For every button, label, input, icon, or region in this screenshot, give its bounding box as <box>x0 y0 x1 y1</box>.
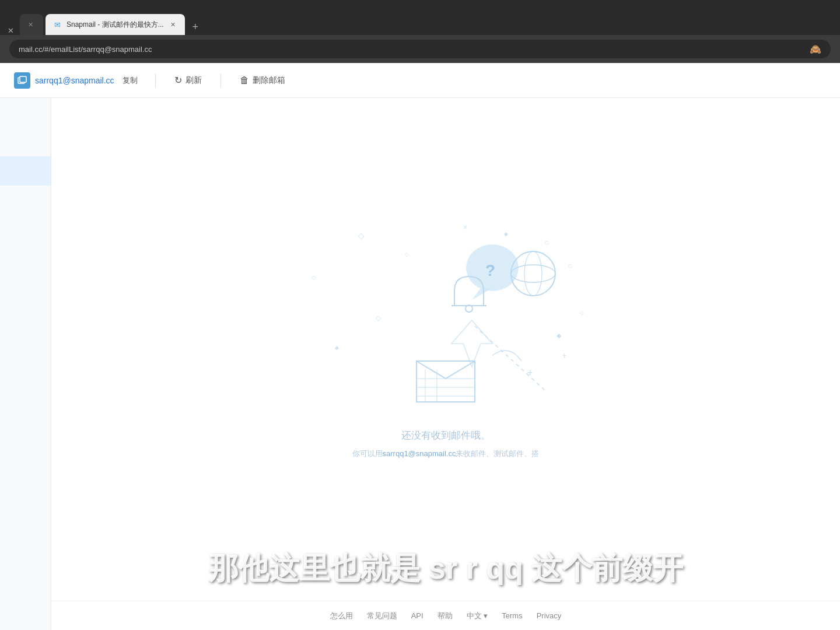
empty-main-text: 还没有收到邮件哦。 <box>401 429 491 442</box>
copy-button[interactable]: 复制 <box>119 74 141 87</box>
delete-icon: 🗑 <box>240 75 249 86</box>
svg-text:◇: ◇ <box>312 274 316 281</box>
footer-terms[interactable]: Terms <box>502 611 522 620</box>
active-tab[interactable]: ✉ Snapmail - 测试邮件的最快方... ✕ <box>46 14 185 35</box>
svg-point-18 <box>524 251 542 296</box>
email-address-text: sarrqq1@snapmail.cc <box>35 76 114 85</box>
svg-text:+: + <box>527 368 533 377</box>
delete-mailbox-button[interactable]: 🗑 删除邮箱 <box>235 73 290 88</box>
address-bar-row: mail.cc/#/emailList/sarrqq@snapmail.cc 🙈 <box>0 35 840 63</box>
footer-help[interactable]: 帮助 <box>438 611 453 621</box>
new-tab-button[interactable]: + <box>187 19 204 35</box>
tab-favicon-icon: ✉ <box>52 20 62 29</box>
empty-illustration: ◇ × ◇ ◇ ◇ ◇ ◆ ◇ ◆ ◆ ◇ ? <box>300 221 592 419</box>
refresh-button[interactable]: ↻ 刷新 <box>170 72 206 88</box>
browser-chrome: ✕ ✕ ✉ Snapmail - 测试邮件的最快方... ✕ + <box>0 0 840 35</box>
email-display: sarrqq1@snapmail.cc 复制 <box>14 72 141 89</box>
url-text: mail.cc/#/emailList/sarrqq@snapmail.cc <box>19 45 805 54</box>
footer: 怎么用 常见问题 API 帮助 中文 ▾ Terms Privacy <box>51 601 840 630</box>
sidebar-item-selected[interactable] <box>0 156 51 186</box>
content-area: ◇ × ◇ ◇ ◇ ◇ ◆ ◇ ◆ ◆ ◇ ? <box>51 98 840 630</box>
svg-text:◇: ◇ <box>568 262 573 269</box>
sub-email: sarrqq1@snapmail.cc <box>383 449 456 458</box>
refresh-icon: ↻ <box>174 75 182 86</box>
svg-text:◆: ◆ <box>335 345 339 351</box>
delete-label: 删除邮箱 <box>253 75 285 86</box>
toolbar-divider-2 <box>220 74 221 88</box>
footer-faq[interactable]: 常见问题 <box>367 611 397 621</box>
sub-suffix: 来收邮件、测试邮件、搭 <box>456 449 539 458</box>
svg-marker-15 <box>472 288 492 300</box>
footer-privacy[interactable]: Privacy <box>537 611 562 620</box>
tab-title-label: Snapmail - 测试邮件的最快方... <box>66 20 164 30</box>
app-toolbar: sarrqq1@snapmail.cc 复制 ↻ 刷新 🗑 删除邮箱 <box>0 63 840 98</box>
svg-text:◇: ◇ <box>580 310 584 316</box>
browser-close-button[interactable]: ✕ <box>6 26 15 35</box>
email-copy-icon <box>14 72 30 89</box>
address-bar[interactable]: mail.cc/#/emailList/sarrqq@snapmail.cc 🙈 <box>9 40 831 58</box>
svg-text:×: × <box>463 223 467 232</box>
svg-line-20 <box>475 326 545 390</box>
main-area: ◇ × ◇ ◇ ◇ ◇ ◆ ◇ ◆ ◆ ◇ ? <box>0 98 840 630</box>
inactive-tab[interactable]: ✕ <box>20 14 43 35</box>
svg-text:◇: ◇ <box>405 251 409 257</box>
svg-text:◆: ◆ <box>556 332 562 339</box>
active-tab-close-button[interactable]: ✕ <box>169 20 178 29</box>
svg-text:+: + <box>562 352 566 360</box>
empty-sub-text: 你可以用sarrqq1@snapmail.cc来收邮件、测试邮件、搭 <box>352 448 540 460</box>
inactive-tab-close[interactable]: ✕ <box>26 20 35 29</box>
svg-text:◆: ◆ <box>504 231 508 237</box>
svg-rect-1 <box>20 76 26 82</box>
svg-text:◇: ◇ <box>358 231 365 240</box>
footer-how-to-use[interactable]: 怎么用 <box>330 611 353 621</box>
sidebar <box>0 98 51 630</box>
refresh-label: 刷新 <box>186 75 202 86</box>
footer-api[interactable]: API <box>411 611 424 620</box>
sidebar-item-2 <box>0 127 51 156</box>
footer-language[interactable]: 中文 ▾ <box>467 611 488 621</box>
privacy-icon: 🙈 <box>810 44 821 55</box>
sidebar-item-3 <box>0 186 51 215</box>
svg-text:◇: ◇ <box>545 239 550 246</box>
toolbar-divider-1 <box>155 74 156 88</box>
svg-text:?: ? <box>485 261 495 279</box>
sub-prefix: 你可以用 <box>352 449 383 458</box>
empty-state: ◇ × ◇ ◇ ◇ ◇ ◆ ◇ ◆ ◆ ◇ ? <box>300 98 592 630</box>
tab-bar: ✕ ✕ ✉ Snapmail - 测试邮件的最快方... ✕ + <box>6 0 204 35</box>
sidebar-item-1 <box>0 98 51 127</box>
svg-text:◇: ◇ <box>376 314 382 322</box>
